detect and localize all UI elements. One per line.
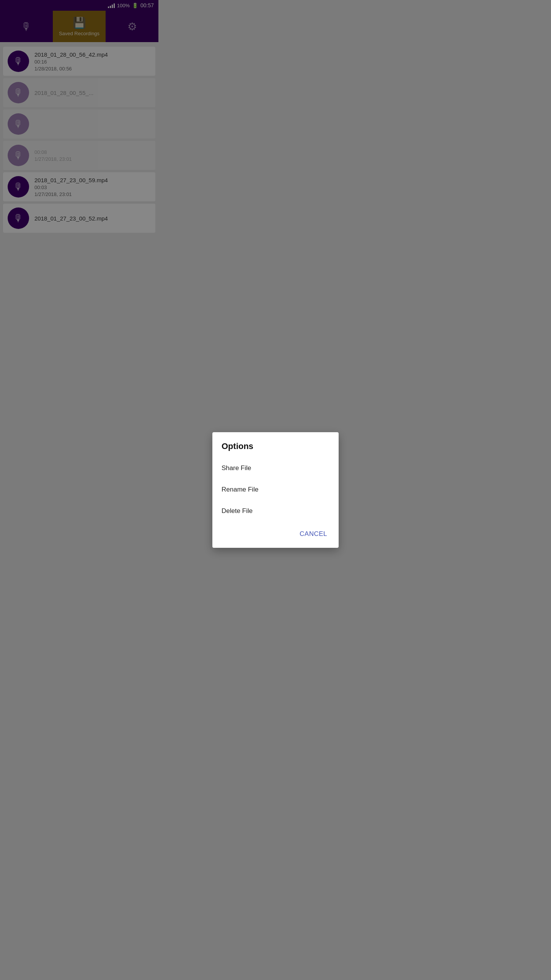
dialog-overlay: Options Share File Rename File Delete Fi… <box>0 0 158 282</box>
